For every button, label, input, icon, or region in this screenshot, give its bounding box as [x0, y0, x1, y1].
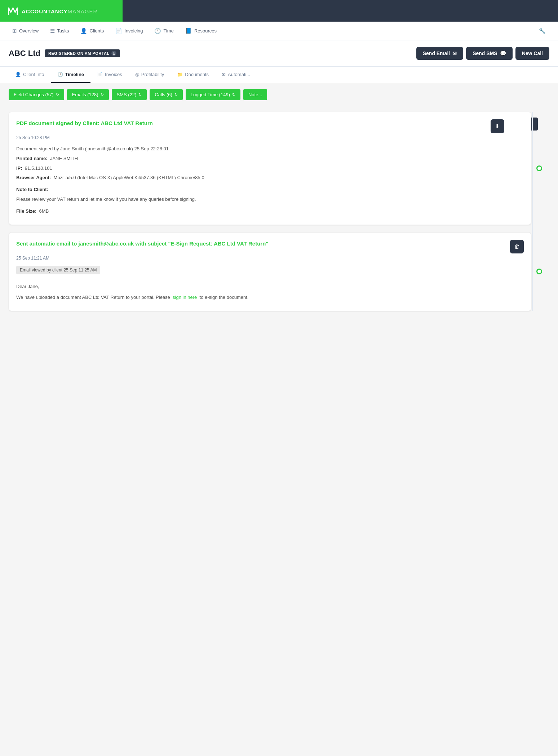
overview-icon: ⊞: [12, 28, 17, 34]
invoicing-icon: 📄: [115, 28, 122, 34]
timeline-icon: 🕐: [57, 72, 63, 77]
nav-clients[interactable]: 👤 Clients: [75, 26, 109, 36]
tab-profitability[interactable]: ◎ Profitability: [129, 67, 171, 83]
tab-client-info[interactable]: 👤 Client Info: [9, 67, 51, 83]
portal-info-icon[interactable]: ℹ: [111, 51, 116, 56]
app-header: ACCOUNTANCYMANAGER: [0, 0, 558, 22]
browser-label: Browser Agent:: [16, 175, 51, 180]
send-email-button[interactable]: Send Email ✉: [416, 47, 463, 60]
browser-value: Mozilla/5.0 (Intel Mac OS X) AppleWebKit…: [54, 175, 204, 180]
page-header: ABC Ltd REGISTERED ON AM PORTAL ℹ Send E…: [0, 40, 558, 67]
tab-documents[interactable]: 📁 Documents: [170, 67, 215, 83]
refresh-icon-3: ↻: [174, 92, 178, 97]
ip-value: 91.5.110.101: [25, 165, 52, 171]
nav-settings[interactable]: 🔧: [534, 26, 551, 36]
card-time-1: 25 Sep 10:28 PM: [16, 135, 524, 140]
automation-icon: ✉: [222, 72, 226, 77]
timeline-card-1: PDF document signed by Client: ABC Ltd V…: [9, 112, 531, 225]
nav-invoicing[interactable]: 📄 Invoicing: [110, 26, 148, 36]
filter-emails[interactable]: Emails (128) ↻: [67, 89, 109, 100]
time-icon: 🕐: [154, 28, 161, 34]
greeting-line: Dear Jane,: [16, 283, 524, 291]
new-call-button[interactable]: New Call: [515, 47, 549, 60]
portal-badge: REGISTERED ON AM PORTAL ℹ: [45, 49, 120, 57]
main-nav: ⊞ Overview ☰ Tasks 👤 Clients 📄 Invoicing…: [0, 22, 558, 40]
refresh-icon-0: ↻: [56, 92, 59, 97]
timeline-item-2: Sent automatic email to janesmith@abc.co…: [9, 232, 531, 311]
tasks-icon: ☰: [50, 28, 55, 34]
timeline-card-2: Sent automatic email to janesmith@abc.co…: [9, 232, 531, 311]
note-label-line: Note to Client:: [16, 186, 524, 194]
profitability-icon: ◎: [135, 72, 139, 77]
delete-button[interactable]: 🗑: [510, 240, 524, 253]
card-header-1: PDF document signed by Client: ABC Ltd V…: [16, 119, 504, 133]
card-title-2[interactable]: Sent automatic email to janesmith@abc.co…: [16, 240, 269, 247]
tabs-bar: 👤 Client Info 🕐 Timeline 📄 Invoices ◎ Pr…: [0, 67, 558, 83]
page-header-actions: Send Email ✉ Send SMS 💬 New Call: [416, 47, 549, 60]
ip-label: IP:: [16, 165, 22, 171]
printed-name-label: Printed name:: [16, 156, 48, 161]
filter-calls[interactable]: Calls (6) ↻: [150, 89, 182, 100]
nav-overview[interactable]: ⊞ Overview: [7, 26, 44, 36]
card-time-2: 25 Sep 11:21 AM: [16, 256, 524, 261]
tab-automation[interactable]: ✉ Automati...: [215, 67, 257, 83]
send-sms-label: Send SMS: [473, 50, 497, 56]
client-name: ABC Ltd: [9, 49, 40, 58]
sign-in-link[interactable]: sign in here: [173, 295, 197, 300]
printed-name-value: JANE SMITH: [50, 156, 78, 161]
timeline-container: 25 Sep PDF document signed by Client: AB…: [0, 112, 558, 327]
clients-icon: 👤: [80, 28, 87, 34]
brand-icon: [7, 5, 19, 17]
timeline-dot-2: [536, 269, 542, 274]
ip-line: IP: 91.5.110.101: [16, 165, 524, 172]
body-line-1: Document signed by Jane Smith (janesmith…: [16, 145, 524, 153]
invoices-icon: 📄: [97, 72, 103, 77]
file-size-label: File Size:: [16, 208, 36, 214]
tab-timeline[interactable]: 🕐 Timeline: [51, 67, 91, 83]
file-size-value: 6MB: [39, 208, 49, 214]
filter-sms[interactable]: SMS (22) ↻: [112, 89, 147, 100]
send-email-label: Send Email: [423, 50, 450, 56]
email-viewed-badge-wrapper: Email viewed by client 25 Sep 11:25 AM: [16, 266, 524, 279]
filter-notes[interactable]: Note...: [243, 89, 267, 100]
refresh-icon-2: ↻: [138, 92, 142, 97]
email-viewed-badge: Email viewed by client 25 Sep 11:25 AM: [16, 266, 100, 274]
filter-logged-time[interactable]: Logged Time (149) ↻: [186, 89, 240, 100]
client-info-icon: 👤: [15, 72, 21, 77]
browser-line: Browser Agent: Mozilla/5.0 (Intel Mac OS…: [16, 174, 524, 182]
timeline-dot-1: [536, 165, 542, 171]
file-size-line: File Size: 6MB: [16, 208, 524, 215]
new-call-label: New Call: [522, 50, 543, 56]
email-body-text: We have uploaded a document ABC Ltd VAT …: [16, 294, 524, 301]
card-body-1: Document signed by Jane Smith (janesmith…: [16, 145, 524, 215]
nav-tasks[interactable]: ☰ Tasks: [45, 26, 74, 36]
header-dark-bg: [123, 0, 558, 22]
brand-logo: ACCOUNTANCYMANAGER: [7, 5, 97, 17]
timeline-line: [532, 112, 533, 311]
printed-name-line: Printed name: JANE SMITH: [16, 155, 524, 163]
card-header-2: Sent automatic email to janesmith@abc.co…: [16, 240, 524, 253]
nav-time[interactable]: 🕐 Time: [149, 26, 178, 36]
brand-area: ACCOUNTANCYMANAGER: [0, 0, 123, 22]
download-button[interactable]: ⬇: [491, 119, 504, 133]
note-label: Note to Client:: [16, 187, 48, 192]
page-header-left: ABC Ltd REGISTERED ON AM PORTAL ℹ: [9, 49, 120, 58]
download-icon: ⬇: [495, 123, 500, 129]
settings-icon: 🔧: [539, 28, 546, 34]
refresh-icon-1: ↻: [101, 92, 104, 97]
sms-icon: 💬: [500, 50, 506, 56]
brand-text: ACCOUNTANCYMANAGER: [22, 7, 97, 15]
email-icon: ✉: [452, 50, 457, 56]
timeline-item: PDF document signed by Client: ABC Ltd V…: [9, 112, 531, 225]
card-body-2: Dear Jane, We have uploaded a document A…: [16, 283, 524, 302]
delete-icon: 🗑: [514, 243, 520, 249]
filter-field-changes[interactable]: Field Changes (57) ↻: [9, 89, 64, 100]
card-title-1[interactable]: PDF document signed by Client: ABC Ltd V…: [16, 119, 153, 127]
documents-icon: 📁: [177, 72, 183, 77]
nav-resources[interactable]: 📘 Resources: [180, 26, 222, 36]
timeline-wrapper: PDF document signed by Client: ABC Ltd V…: [9, 112, 549, 311]
filter-bar: Field Changes (57) ↻ Emails (128) ↻ SMS …: [0, 83, 558, 106]
send-sms-button[interactable]: Send SMS 💬: [466, 47, 512, 60]
tab-invoices[interactable]: 📄 Invoices: [90, 67, 129, 83]
refresh-icon-4: ↻: [232, 92, 235, 97]
